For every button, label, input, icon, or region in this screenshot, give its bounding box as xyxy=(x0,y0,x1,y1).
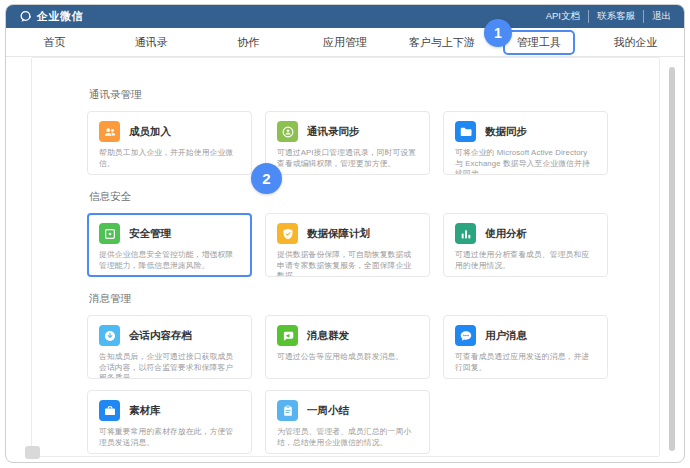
card-grid: 成员加入帮助员工加入企业，并开始使用企业微信。通讯录同步可通过API接口管理通讯… xyxy=(87,111,659,175)
nav-label: 管理工具 xyxy=(503,30,575,55)
card-grid: 会话内容存档告知成员后，企业可通过接口获取成员会话内容，以符合监管要求和保障客户… xyxy=(87,315,659,454)
security-icon xyxy=(99,223,120,244)
step-1-badge: 1 xyxy=(484,19,512,47)
data-sync-icon xyxy=(455,121,476,142)
card-head: 用户消息 xyxy=(455,325,596,346)
card-desc: 帮助员工加入企业，并开始使用企业微信。 xyxy=(99,148,240,169)
card-title: 数据保障计划 xyxy=(307,227,370,241)
nav-item-customers[interactable]: 客户与上下游 xyxy=(393,32,490,53)
card-grid: 安全管理提供企业信息安全管控功能，增强权限管理能力，降低信息泄露风险。数据保障计… xyxy=(87,213,659,277)
section: 信息安全安全管理提供企业信息安全管控功能，增强权限管理能力，降低信息泄露风险。数… xyxy=(87,190,659,277)
card-desc: 可通过使用分析查看成员、管理员和应用的使用情况。 xyxy=(455,250,596,271)
card-desc: 可将企业的 Microsoft Active Directory 与 Excha… xyxy=(455,148,596,175)
card-title: 通讯录同步 xyxy=(307,125,360,139)
main-nav: 首页 通讯录 协作 应用管理 客户与上下游 管理工具 我的企业 xyxy=(6,28,684,57)
card-title: 会话内容存档 xyxy=(129,329,192,343)
card-desc: 提供数据备份保障，可自助恢复数据或申请专家数据恢复服务，全面保障企业数据。 xyxy=(277,250,418,277)
card-title: 成员加入 xyxy=(129,125,171,139)
section-title: 消息管理 xyxy=(89,292,659,306)
broadcast-icon xyxy=(277,325,298,346)
card-desc: 可通过API接口管理通讯录，同时可设置查看或编辑权限，管理更加方便。 xyxy=(277,148,418,169)
card-security[interactable]: 安全管理提供企业信息安全管控功能，增强权限管理能力，降低信息泄露风险。 xyxy=(87,213,252,277)
card-data-sync[interactable]: 数据同步可将企业的 Microsoft Active Directory 与 E… xyxy=(443,111,608,175)
step-2-badge: 2 xyxy=(251,163,282,194)
nav-label: 协作 xyxy=(227,32,269,53)
card-head: 使用分析 xyxy=(455,223,596,244)
nav-item-contacts[interactable]: 通讯录 xyxy=(103,32,200,53)
usage-analytics-icon xyxy=(455,223,476,244)
section: 消息管理会话内容存档告知成员后，企业可通过接口获取成员会话内容，以符合监管要求和… xyxy=(87,292,659,454)
card-head: 成员加入 xyxy=(99,121,240,142)
card-title: 消息群发 xyxy=(307,329,349,343)
data-protection-icon xyxy=(277,223,298,244)
card-title: 用户消息 xyxy=(485,329,527,343)
user-message-icon xyxy=(455,325,476,346)
material-icon xyxy=(99,400,120,421)
weekly-icon xyxy=(277,400,298,421)
card-members[interactable]: 成员加入帮助员工加入企业，并开始使用企业微信。 xyxy=(87,111,252,175)
contacts-sync-icon xyxy=(277,121,298,142)
card-desc: 提供企业信息安全管控功能，增强权限管理能力，降低信息泄露风险。 xyxy=(99,250,240,271)
card-title: 素材库 xyxy=(129,404,161,418)
nav-item-home[interactable]: 首页 xyxy=(6,32,103,53)
card-desc: 可查看成员通过应用发送的消息，并进行回复。 xyxy=(455,352,596,373)
card-head: 一周小结 xyxy=(277,400,418,421)
nav-label: 首页 xyxy=(33,32,75,53)
sections: 通讯录管理成员加入帮助员工加入企业，并开始使用企业微信。通讯录同步可通过API接… xyxy=(87,88,659,454)
wecom-logo-icon xyxy=(19,10,32,23)
content-panel: 2 通讯录管理成员加入帮助员工加入企业，并开始使用企业微信。通讯录同步可通过AP… xyxy=(31,57,660,457)
archive-icon xyxy=(99,325,120,346)
card-head: 安全管理 xyxy=(99,223,240,244)
card-user-message[interactable]: 用户消息可查看成员通过应用发送的消息，并进行回复。 xyxy=(443,315,608,379)
bottom-left-scroll-fragment xyxy=(25,446,40,459)
card-head: 素材库 xyxy=(99,400,240,421)
section: 通讯录管理成员加入帮助员工加入企业，并开始使用企业微信。通讯录同步可通过API接… xyxy=(87,88,659,175)
card-head: 消息群发 xyxy=(277,325,418,346)
members-icon xyxy=(99,121,120,142)
nav-item-app-management[interactable]: 应用管理 xyxy=(297,32,394,53)
card-desc: 为管理员、管理者、成员汇总的一周小结，总结使用企业微信的情况。 xyxy=(277,427,418,448)
card-head: 数据保障计划 xyxy=(277,223,418,244)
nav-item-collaboration[interactable]: 协作 xyxy=(200,32,297,53)
card-data-protection[interactable]: 数据保障计划提供数据备份保障，可自助恢复数据或申请专家数据恢复服务，全面保障企业… xyxy=(265,213,430,277)
card-head: 会话内容存档 xyxy=(99,325,240,346)
topbar-links: API文档 联系客服 退出 xyxy=(546,10,671,23)
card-desc: 告知成员后，企业可通过接口获取成员会话内容，以符合监管要求和保障客户服务质量。 xyxy=(99,352,240,379)
topbar: 企业微信 API文档 联系客服 退出 xyxy=(6,5,684,28)
card-head: 通讯录同步 xyxy=(277,121,418,142)
card-broadcast[interactable]: 消息群发可通过公告等应用给成员群发消息。 xyxy=(265,315,430,379)
contact-support-link[interactable]: 联系客服 xyxy=(588,10,635,23)
card-title: 使用分析 xyxy=(485,227,527,241)
card-head: 数据同步 xyxy=(455,121,596,142)
browser-frame: 企业微信 API文档 联系客服 退出 首页 通讯录 协作 应用管理 客户与上下游… xyxy=(5,4,685,463)
vertical-scrollbar[interactable] xyxy=(669,67,675,451)
card-title: 数据同步 xyxy=(485,125,527,139)
card-weekly[interactable]: 一周小结为管理员、管理者、成员汇总的一周小结，总结使用企业微信的情况。 xyxy=(265,390,430,454)
card-usage-analytics[interactable]: 使用分析可通过使用分析查看成员、管理员和应用的使用情况。 xyxy=(443,213,608,277)
nav-item-my-company[interactable]: 我的企业 xyxy=(587,32,684,53)
logout-link[interactable]: 退出 xyxy=(643,10,671,23)
card-archive[interactable]: 会话内容存档告知成员后，企业可通过接口获取成员会话内容，以符合监管要求和保障客户… xyxy=(87,315,252,379)
nav-label: 通讯录 xyxy=(125,32,178,53)
nav-label: 应用管理 xyxy=(313,32,377,53)
nav-label: 客户与上下游 xyxy=(399,32,485,53)
brand-name: 企业微信 xyxy=(37,9,83,24)
api-docs-link[interactable]: API文档 xyxy=(546,10,580,23)
section-title: 通讯录管理 xyxy=(89,88,659,102)
brand: 企业微信 xyxy=(19,9,83,24)
card-desc: 可通过公告等应用给成员群发消息。 xyxy=(277,352,418,363)
section-title: 信息安全 xyxy=(89,190,659,204)
card-title: 一周小结 xyxy=(307,404,349,418)
nav-label: 我的企业 xyxy=(604,32,668,53)
card-material[interactable]: 素材库可将重要常用的素材存放在此，方便管理员发送消息。 xyxy=(87,390,252,454)
card-contacts-sync[interactable]: 通讯录同步可通过API接口管理通讯录，同时可设置查看或编辑权限，管理更加方便。 xyxy=(265,111,430,175)
card-desc: 可将重要常用的素材存放在此，方便管理员发送消息。 xyxy=(99,427,240,448)
card-title: 安全管理 xyxy=(129,227,171,241)
